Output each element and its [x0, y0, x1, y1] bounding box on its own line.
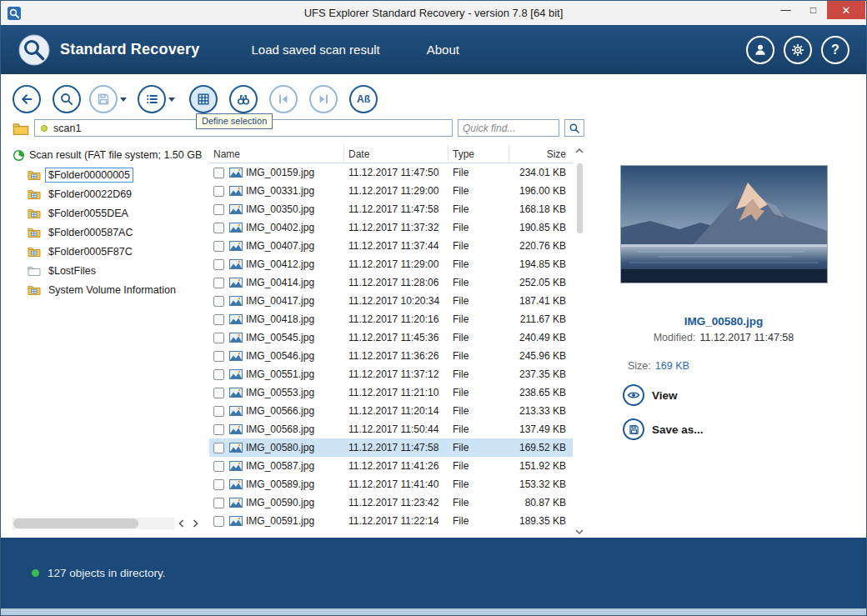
settings-button[interactable] [784, 36, 812, 64]
view-options-caret[interactable] [168, 98, 175, 102]
row-checkbox[interactable] [213, 186, 224, 197]
file-type: File [449, 368, 509, 380]
tree-item[interactable]: $Folder00022D69 [13, 184, 203, 203]
row-checkbox[interactable] [213, 461, 224, 472]
file-name: IMG_00407.jpg [246, 240, 344, 252]
tree-item[interactable]: $Folder0055DEA [13, 203, 203, 223]
row-checkbox[interactable] [213, 278, 224, 288]
file-row[interactable]: IMG_00591.jpg 11.12.2017 11:22:14 File 1… [209, 512, 573, 530]
row-checkbox[interactable] [213, 259, 224, 270]
previous-item-button[interactable] [269, 85, 298, 113]
folder-tree: Scan result (FAT file system; 1.50 GB in… [13, 145, 203, 538]
file-row[interactable]: IMG_00566.jpg 11.12.2017 11:20:14 File 2… [209, 402, 573, 420]
image-file-icon [229, 388, 246, 398]
file-row[interactable]: IMG_00568.jpg 11.12.2017 11:50:44 File 1… [209, 420, 573, 438]
file-date: 11.12.2017 11:21:10 [344, 387, 449, 398]
scroll-left-button[interactable] [174, 517, 188, 530]
file-row[interactable]: IMG_00590.jpg 11.12.2017 11:23:42 File 8… [209, 493, 573, 512]
maximize-button[interactable]: □ [799, 1, 827, 19]
row-checkbox[interactable] [213, 443, 224, 453]
view-options-button[interactable] [138, 85, 166, 113]
file-row[interactable]: IMG_00402.jpg 11.12.2017 11:37:32 File 1… [209, 218, 573, 237]
tree-item-label: $Folder0055DEA [45, 206, 132, 221]
row-checkbox[interactable] [213, 314, 224, 325]
file-row[interactable]: IMG_00545.jpg 11.12.2017 11:45:36 File 2… [209, 328, 573, 347]
tree-item-label: $Folder0005F87C [45, 244, 136, 259]
scrollbar-thumb[interactable] [577, 163, 583, 233]
file-name: IMG_00591.jpg [246, 515, 344, 527]
file-row[interactable]: IMG_00412.jpg 11.12.2017 11:29:00 File 1… [209, 255, 573, 273]
row-checkbox[interactable] [213, 296, 224, 307]
folder-icon [28, 208, 41, 218]
tree-item[interactable]: $Folder0005F87C [13, 242, 203, 261]
file-list-vertical-scrollbar [573, 145, 586, 538]
file-row[interactable]: IMG_00546.jpg 11.12.2017 11:36:26 File 2… [209, 347, 573, 365]
back-button[interactable] [13, 85, 41, 113]
file-row[interactable]: IMG_00350.jpg 11.12.2017 11:47:58 File 1… [209, 200, 573, 218]
row-checkbox[interactable] [213, 168, 224, 178]
encoding-button[interactable]: Aß [349, 85, 378, 113]
current-folder-icon[interactable] [13, 122, 29, 135]
file-type: File [449, 222, 509, 233]
tree-item[interactable]: $Folder00000005 [13, 165, 203, 184]
next-item-button[interactable] [309, 85, 338, 113]
column-header-type[interactable]: Type [449, 145, 509, 163]
row-checkbox[interactable] [213, 241, 224, 252]
define-selection-button[interactable] [189, 85, 218, 113]
scroll-right-button[interactable] [188, 517, 203, 530]
scrollbar-thumb[interactable] [13, 518, 138, 528]
file-row[interactable]: IMG_00589.jpg 11.12.2017 11:41:40 File 1… [209, 475, 573, 493]
row-checkbox[interactable] [213, 369, 224, 380]
row-checkbox[interactable] [213, 388, 224, 398]
close-button[interactable]: ✕ [827, 1, 865, 19]
file-type: File [449, 405, 509, 417]
row-checkbox[interactable] [213, 424, 224, 435]
app-window: UFS Explorer Standard Recovery - version… [0, 0, 867, 616]
file-row[interactable]: IMG_00331.jpg 11.12.2017 11:29:00 File 1… [209, 182, 573, 200]
file-row[interactable]: IMG_00553.jpg 11.12.2017 11:21:10 File 2… [209, 383, 573, 402]
file-row[interactable]: IMG_00551.jpg 11.12.2017 11:37:12 File 2… [209, 365, 573, 383]
row-checkbox[interactable] [213, 351, 224, 362]
file-list: Name Date Type Size IMG_00159.jpg 11.12.… [209, 145, 586, 538]
image-file-icon [229, 443, 246, 453]
row-checkbox[interactable] [213, 479, 224, 490]
scrollbar-track[interactable] [13, 518, 174, 529]
row-checkbox[interactable] [213, 333, 224, 343]
file-row[interactable]: IMG_00414.jpg 11.12.2017 11:28:06 File 2… [209, 273, 573, 292]
file-row[interactable]: IMG_00159.jpg 11.12.2017 11:47:50 File 2… [209, 163, 573, 182]
row-checkbox[interactable] [213, 204, 224, 215]
view-button[interactable]: View [623, 384, 678, 406]
image-file-icon [229, 333, 246, 343]
column-header-size[interactable]: Size [509, 145, 573, 163]
tree-root[interactable]: Scan result (FAT file system; 1.50 GB in… [13, 145, 203, 165]
file-row[interactable]: IMG_00407.jpg 11.12.2017 11:37:44 File 2… [209, 237, 573, 255]
save-menu-caret[interactable] [120, 98, 127, 102]
tree-item[interactable]: $Folder000587AC [13, 223, 203, 242]
save-as-button[interactable]: Save as... [623, 418, 704, 440]
quick-find-input[interactable] [458, 119, 559, 137]
file-row[interactable]: IMG_00580.jpg 11.12.2017 11:47:58 File 1… [209, 438, 573, 457]
quick-find-button[interactable] [564, 119, 584, 137]
scan-button[interactable] [53, 85, 81, 113]
menu-item[interactable]: About [427, 43, 459, 57]
row-checkbox[interactable] [213, 516, 224, 527]
file-row[interactable]: IMG_00418.jpg 11.12.2017 11:20:16 File 2… [209, 310, 573, 328]
row-checkbox[interactable] [213, 223, 224, 233]
scroll-down-button[interactable] [575, 529, 584, 534]
size-value: 169 KB [655, 360, 689, 372]
scroll-up-button[interactable] [575, 148, 584, 153]
tree-item[interactable]: System Volume Information [13, 280, 203, 299]
row-checkbox[interactable] [213, 406, 224, 417]
file-row[interactable]: IMG_00417.jpg 11.12.2017 10:20:34 File 1… [209, 292, 573, 310]
column-header-name[interactable]: Name [209, 145, 344, 163]
find-button[interactable] [229, 85, 258, 113]
minimize-button[interactable]: — [772, 1, 799, 19]
file-row[interactable]: IMG_00587.jpg 11.12.2017 11:41:26 File 1… [209, 457, 573, 475]
save-button[interactable] [89, 85, 118, 113]
account-button[interactable] [746, 36, 774, 64]
row-checkbox[interactable] [213, 498, 224, 508]
tree-item[interactable]: $LostFiles [13, 261, 203, 280]
column-header-date[interactable]: Date [344, 145, 449, 163]
menu-item[interactable]: Load saved scan result [251, 43, 379, 57]
help-button[interactable]: ? [821, 36, 849, 64]
